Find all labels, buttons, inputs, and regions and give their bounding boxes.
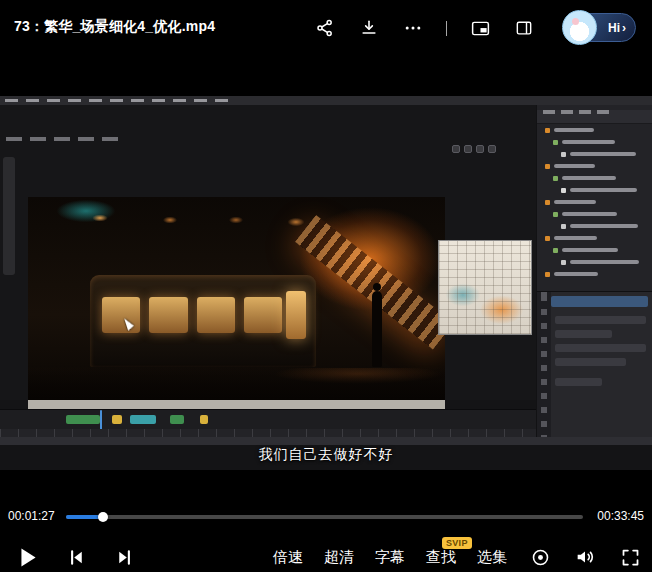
secondary-controls: 倍速 超清 字幕 查找 SVIP 选集 <box>273 543 642 571</box>
blender-status-bar <box>0 437 652 445</box>
viewport-footer-strip <box>28 400 445 409</box>
blender-screenshot <box>0 96 652 470</box>
play-button[interactable] <box>16 545 40 569</box>
viewport-gizmos <box>452 145 496 153</box>
avatar[interactable] <box>562 10 597 45</box>
download-icon[interactable] <box>358 17 380 39</box>
mini-player-icon[interactable] <box>513 17 535 39</box>
video-player-app: 73：繁华_场景细化4_优化.mp4 <box>0 0 652 572</box>
skip-next-button[interactable] <box>112 545 136 569</box>
properties-panel <box>536 291 652 437</box>
ceiling-lamps <box>28 207 445 231</box>
blender-menu-bar <box>0 96 652 105</box>
current-time: 00:01:27 <box>8 509 55 523</box>
video-title: 73：繁华_场景细化4_优化.mp4 <box>14 18 215 36</box>
viewport-header <box>6 137 126 141</box>
picture-in-picture-icon[interactable] <box>469 17 491 39</box>
train-car <box>90 275 316 367</box>
fullscreen-icon[interactable] <box>618 545 642 569</box>
account-label: Hi <box>608 21 620 35</box>
target-icon[interactable] <box>528 545 552 569</box>
playback-controls <box>16 543 136 571</box>
share-icon[interactable] <box>314 17 336 39</box>
speed-button[interactable]: 倍速 <box>273 548 303 567</box>
chevron-right-icon: › <box>622 21 626 35</box>
viewport-toolbar <box>3 157 15 275</box>
properties-header <box>551 296 648 307</box>
train-door <box>286 291 306 339</box>
header-divider <box>446 21 447 36</box>
search-button[interactable]: 查找 SVIP <box>426 548 456 567</box>
total-time: 00:33:45 <box>597 509 644 523</box>
quality-button[interactable]: 超清 <box>324 548 354 567</box>
reference-image <box>438 240 532 335</box>
progress-bar[interactable] <box>66 515 583 519</box>
figure-silhouette <box>372 291 382 367</box>
search-button-label: 查找 <box>426 548 456 565</box>
timeline-panel <box>0 409 536 429</box>
station-floor <box>28 368 445 400</box>
outliner-panel <box>536 105 652 291</box>
header-actions <box>314 16 535 40</box>
outliner-rows <box>537 124 652 280</box>
subtitle-text: 我们自己去做好不好 <box>0 446 652 464</box>
properties-tabs <box>537 292 551 437</box>
scene-render <box>28 197 445 400</box>
subtitle-button[interactable]: 字幕 <box>375 548 405 567</box>
volume-icon[interactable] <box>573 545 597 569</box>
progress-thumb[interactable] <box>98 512 108 522</box>
svip-badge: SVIP <box>442 537 472 549</box>
timeline-ruler <box>0 429 536 437</box>
header-bar: 73：繁华_场景细化4_优化.mp4 <box>0 0 652 56</box>
more-icon[interactable] <box>402 17 424 39</box>
playlist-button[interactable]: 选集 <box>477 548 507 567</box>
account-area: Hi › <box>562 10 636 45</box>
escalator-glow <box>295 215 445 350</box>
skip-previous-button[interactable] <box>64 545 88 569</box>
video-surface[interactable] <box>0 56 652 497</box>
outliner-header <box>537 110 652 124</box>
